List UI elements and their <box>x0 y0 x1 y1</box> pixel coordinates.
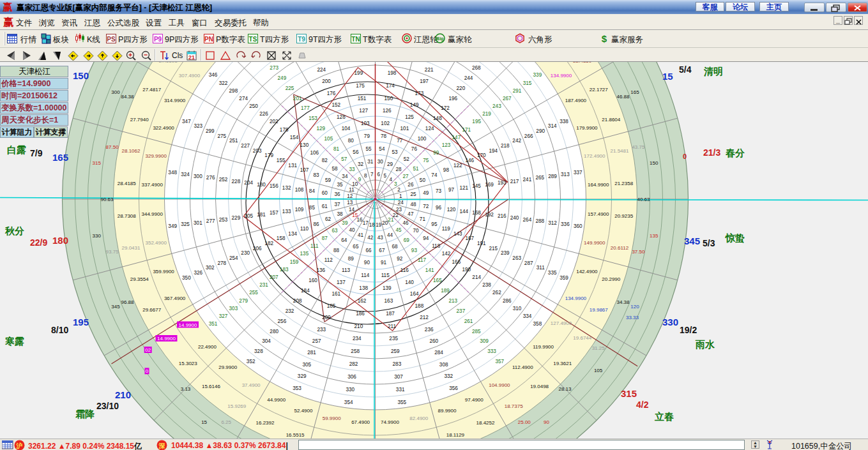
svg-text:337.4900: 337.4900 <box>142 182 164 188</box>
svg-text:307: 307 <box>394 374 403 380</box>
svg-text:14.9900: 14.9900 <box>157 336 176 341</box>
svg-text:183: 183 <box>280 267 289 273</box>
svg-text:40.63: 40.63 <box>637 197 650 202</box>
svg-text:181: 181 <box>257 212 266 218</box>
svg-text:96: 96 <box>436 205 442 211</box>
svg-text:329.9900: 329.9900 <box>146 153 167 159</box>
svg-text:174: 174 <box>386 83 395 89</box>
svg-text:19/2: 19/2 <box>680 325 697 335</box>
svg-text:21/3: 21/3 <box>703 147 720 158</box>
svg-text:35: 35 <box>337 182 344 188</box>
svg-text:20.9235: 20.9235 <box>614 213 633 219</box>
svg-text:20.2990: 20.2990 <box>602 276 620 282</box>
svg-text:52: 52 <box>404 156 410 162</box>
svg-text:359.9900: 359.9900 <box>153 269 174 274</box>
svg-text:34: 34 <box>342 174 348 179</box>
svg-text:59: 59 <box>325 177 331 183</box>
svg-text:124: 124 <box>425 126 434 131</box>
svg-text:262: 262 <box>492 290 501 296</box>
svg-text:44.9900: 44.9900 <box>267 397 286 403</box>
svg-text:29.9900: 29.9900 <box>218 364 237 370</box>
svg-text:291: 291 <box>513 88 522 94</box>
svg-text:62: 62 <box>325 216 331 222</box>
svg-text:134.9900: 134.9900 <box>565 296 587 301</box>
svg-text:182: 182 <box>264 241 273 246</box>
svg-text:19.6744: 19.6744 <box>573 335 591 341</box>
svg-text:274: 274 <box>239 96 248 101</box>
svg-text:179.9900: 179.9900 <box>576 125 598 131</box>
svg-text:133: 133 <box>282 209 291 214</box>
svg-text:63: 63 <box>331 228 338 234</box>
svg-text:312: 312 <box>548 220 557 226</box>
svg-text:334: 334 <box>523 313 532 319</box>
svg-text:330: 330 <box>93 233 102 239</box>
svg-text:180: 180 <box>52 235 68 246</box>
svg-text:28: 28 <box>395 167 402 172</box>
svg-text:185: 185 <box>327 303 336 309</box>
svg-text:211: 211 <box>388 324 396 329</box>
svg-text:33.33: 33.33 <box>626 315 639 320</box>
svg-text:82: 82 <box>322 158 328 163</box>
svg-text:29.6677: 29.6677 <box>142 307 161 313</box>
svg-text:169: 169 <box>485 182 494 188</box>
svg-text:236: 236 <box>425 327 434 333</box>
svg-text:78: 78 <box>381 133 387 139</box>
svg-text:195: 195 <box>472 119 481 124</box>
svg-text:70: 70 <box>413 228 419 234</box>
svg-text:24: 24 <box>398 200 404 206</box>
svg-text:57: 57 <box>341 156 347 162</box>
svg-text:118: 118 <box>432 243 440 249</box>
svg-text:86: 86 <box>314 221 320 227</box>
svg-text:21.5481: 21.5481 <box>611 148 629 154</box>
svg-text:349: 349 <box>168 223 177 229</box>
svg-text:64: 64 <box>341 237 347 243</box>
svg-text:81: 81 <box>333 146 340 152</box>
svg-text:119: 119 <box>442 226 450 232</box>
svg-text:258: 258 <box>351 349 360 354</box>
svg-text:106: 106 <box>310 150 319 156</box>
svg-text:97: 97 <box>448 187 455 193</box>
svg-text:76: 76 <box>411 146 418 152</box>
svg-text:32: 32 <box>358 161 364 167</box>
svg-text:5: 5 <box>384 173 387 179</box>
svg-text:330: 330 <box>346 387 354 393</box>
svg-text:289: 289 <box>548 174 557 179</box>
svg-text:102: 102 <box>381 121 390 126</box>
svg-text:26: 26 <box>407 182 414 188</box>
svg-text:80: 80 <box>348 138 354 144</box>
svg-text:18.1129: 18.1129 <box>446 432 465 438</box>
svg-text:275: 275 <box>217 133 226 139</box>
svg-text:232: 232 <box>286 308 294 314</box>
svg-text:10: 10 <box>352 181 358 187</box>
svg-text:192: 192 <box>485 212 494 218</box>
svg-text:162: 162 <box>358 298 367 304</box>
svg-text:22.1727: 22.1727 <box>590 87 608 93</box>
svg-text:137: 137 <box>337 280 346 285</box>
svg-text:36: 36 <box>334 191 340 197</box>
svg-text:138: 138 <box>359 285 368 291</box>
svg-text:283: 283 <box>393 361 402 367</box>
svg-text:雨水: 雨水 <box>695 339 715 350</box>
svg-text:84.38: 84.38 <box>121 94 134 100</box>
svg-text:214: 214 <box>472 274 481 280</box>
svg-text:178: 178 <box>280 127 289 133</box>
svg-text:164.9900: 164.9900 <box>588 182 609 188</box>
svg-text:89.9900: 89.9900 <box>438 408 457 414</box>
svg-text:328: 328 <box>254 349 263 354</box>
svg-text:103: 103 <box>361 121 370 126</box>
svg-text:22/9: 22/9 <box>30 237 47 248</box>
svg-text:206: 206 <box>253 246 262 251</box>
svg-text:17: 17 <box>363 220 369 226</box>
svg-text:233: 233 <box>317 327 326 333</box>
svg-text:161: 161 <box>331 291 340 297</box>
svg-text:157.4900: 157.4900 <box>588 211 609 217</box>
svg-text:267: 267 <box>503 96 512 101</box>
svg-text:90.63: 90.63 <box>100 197 114 202</box>
svg-text:139: 139 <box>383 285 392 291</box>
svg-text:127.4900: 127.4900 <box>551 320 572 326</box>
svg-text:265: 265 <box>535 175 544 181</box>
svg-text:229: 229 <box>232 215 241 221</box>
svg-text:209: 209 <box>322 315 331 320</box>
svg-text:5/3: 5/3 <box>703 238 715 248</box>
svg-text:112.4900: 112.4900 <box>512 364 533 370</box>
